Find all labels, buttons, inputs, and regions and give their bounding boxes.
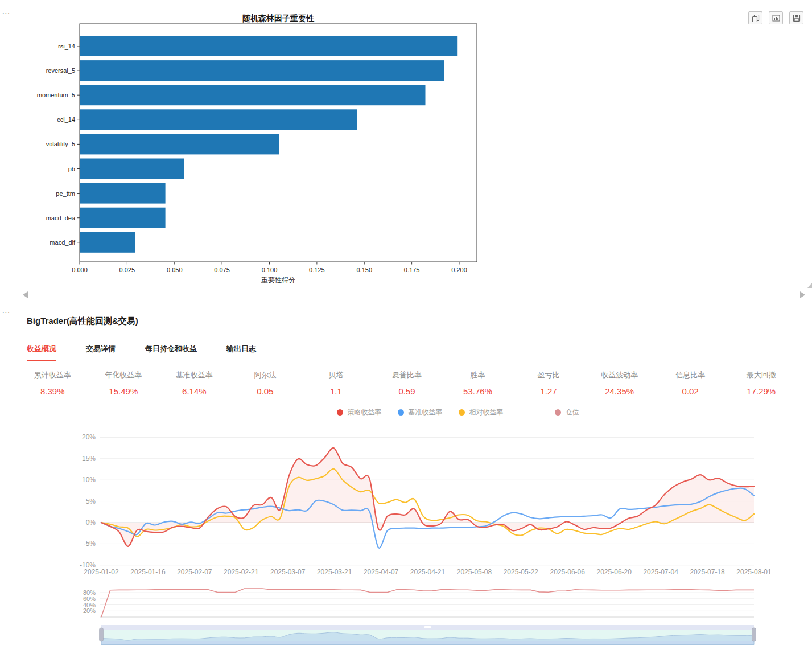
page: ... ... 随机森林因子重要性rsi_14reversal_5momentu… [0, 0, 812, 654]
factor-label-pb: pb [68, 166, 75, 172]
series-line-0[interactable] [101, 448, 754, 546]
tab-0[interactable]: 收益概况 [27, 344, 56, 361]
datazoom-grip-icon[interactable] [424, 626, 431, 628]
metric-label: 最大回撤 [726, 370, 797, 380]
metric-value: 6.14% [159, 386, 230, 396]
factor-bar-reversal_5[interactable] [80, 60, 444, 81]
factor-label-macd_dif: macd_dif [50, 239, 76, 246]
y-axis-label: 20% [82, 433, 96, 441]
x-axis-label: 2025-02-21 [224, 568, 259, 576]
factor-label-macd_dea: macd_dea [46, 215, 76, 221]
x-axis-label: 2025-02-07 [177, 568, 212, 576]
metric-0: 累计收益率8.39% [17, 370, 88, 396]
factor-bar-macd_dea[interactable] [80, 208, 166, 228]
metric-label: 盈亏比 [513, 370, 584, 380]
legend-item-2[interactable]: 相对收益率 [459, 408, 504, 417]
metric-label: 信息比率 [655, 370, 726, 380]
bigtrader-tabs: 收益概况交易详情每日持仓和收益输出日志 [27, 344, 256, 361]
chart-button[interactable] [769, 11, 783, 24]
factor-label-rsi_14: rsi_14 [58, 43, 75, 50]
metric-label: 累计收益率 [17, 370, 88, 380]
x-axis-label: 2025-03-21 [317, 568, 352, 576]
legend-label: 策略收益率 [348, 408, 382, 417]
x-axis-label: 2025-06-06 [550, 568, 586, 576]
x-tick-label: 0.050 [167, 266, 183, 273]
x-tick-label: 0.100 [262, 266, 278, 273]
strategy-area-fill [101, 448, 754, 546]
factor-bar-rsi_14[interactable] [80, 36, 458, 56]
tab-2[interactable]: 每日持仓和收益 [145, 344, 197, 361]
metric-label: 年化收益率 [88, 370, 159, 380]
x-axis-label: 2025-08-01 [736, 568, 772, 576]
tab-3[interactable]: 输出日志 [226, 344, 256, 361]
chart-legend: 策略收益率基准收益率相对收益率仓位 [0, 408, 812, 417]
factor-bar-macd_dif[interactable] [80, 232, 135, 253]
datazoom-slider[interactable] [100, 625, 756, 645]
metric-7: 盈亏比1.27 [513, 370, 584, 396]
x-tick-label: 0.075 [214, 266, 230, 273]
position-y-label: 20% [83, 607, 96, 614]
x-tick-label: 0.200 [451, 266, 467, 273]
x-axis-label: 2025-06-20 [597, 568, 632, 576]
x-axis-label: 2025-01-16 [130, 568, 166, 576]
bigtrader-title: BigTrader(高性能回测&交易) [27, 316, 138, 327]
y-axis-label: 10% [82, 476, 96, 484]
metric-3: 阿尔法0.05 [230, 370, 301, 396]
metric-value: 1.27 [513, 386, 584, 396]
performance-line-chart: 20%15%10%5%0%-5%-10%2025-01-022025-01-16… [80, 433, 772, 576]
legend-dot [555, 409, 561, 416]
legend-dot [398, 409, 404, 416]
x-tick-label: 0.025 [119, 266, 135, 273]
legend-label: 相对收益率 [469, 408, 504, 417]
save-button[interactable] [789, 11, 803, 24]
metric-6: 胜率53.76% [442, 370, 513, 396]
factor-bar-cci_14[interactable] [80, 109, 357, 130]
x-axis-label: 2025-04-07 [364, 568, 399, 576]
copy-button[interactable] [748, 11, 762, 24]
copy-icon [752, 14, 760, 22]
metric-10: 最大回撤17.29% [726, 370, 797, 396]
metric-label: 夏普比率 [372, 370, 443, 380]
tab-1[interactable]: 交易详情 [86, 344, 116, 361]
x-axis-label: 2025-05-22 [504, 568, 539, 576]
metric-1: 年化收益率15.49% [88, 370, 159, 396]
factor-label-pe_ttm: pe_ttm [56, 190, 75, 197]
x-axis-label: 2025-03-07 [270, 568, 306, 576]
legend-item-0[interactable]: 策略收益率 [337, 408, 382, 417]
datazoom-right-handle[interactable] [752, 628, 756, 641]
metric-value: 8.39% [17, 386, 88, 396]
metric-label: 收益波动率 [584, 370, 655, 380]
metric-value: 17.29% [726, 386, 797, 396]
metric-8: 收益波动率24.35% [584, 370, 655, 396]
legend-item-3[interactable]: 仓位 [555, 408, 579, 417]
factor-bar-pe_ttm[interactable] [80, 183, 166, 204]
x-axis-label: 2025-01-02 [84, 568, 119, 576]
metric-5: 夏普比率0.59 [372, 370, 443, 396]
factor-bar-momentum_5[interactable] [80, 85, 426, 105]
y-axis-label: 5% [86, 497, 96, 505]
x-axis-label: 2025-07-18 [690, 568, 725, 576]
bar-chart-icon [772, 14, 780, 22]
legend-item-1[interactable]: 基准收益率 [398, 408, 443, 417]
x-tick-label: 0.000 [72, 266, 88, 273]
x-axis-label: 2025-07-04 [643, 568, 678, 576]
metric-label: 胜率 [442, 370, 513, 380]
metric-label: 基准收益率 [159, 370, 230, 380]
y-axis-label: -5% [84, 540, 96, 548]
metric-9: 信息比率0.02 [655, 370, 726, 396]
metric-4: 贝塔1.1 [300, 370, 372, 396]
metric-value: 0.59 [372, 386, 443, 396]
metric-2: 基准收益率6.14% [159, 370, 230, 396]
metrics-row: 累计收益率8.39%年化收益率15.49%基准收益率6.14%阿尔法0.05贝塔… [17, 370, 797, 396]
factor-bar-volatility_5[interactable] [80, 134, 279, 154]
tabs-divider [0, 360, 812, 360]
metric-label: 贝塔 [300, 370, 372, 380]
save-icon [793, 14, 801, 22]
factor-chart-xlabel: 重要性得分 [261, 276, 295, 284]
factor-bar-pb[interactable] [80, 159, 184, 179]
position-chart: 80%60%40%20% [83, 589, 754, 617]
datazoom-left-handle[interactable] [100, 628, 104, 641]
factor-label-reversal_5: reversal_5 [46, 67, 75, 74]
factor-label-cci_14: cci_14 [57, 116, 75, 123]
legend-dot [337, 409, 343, 416]
